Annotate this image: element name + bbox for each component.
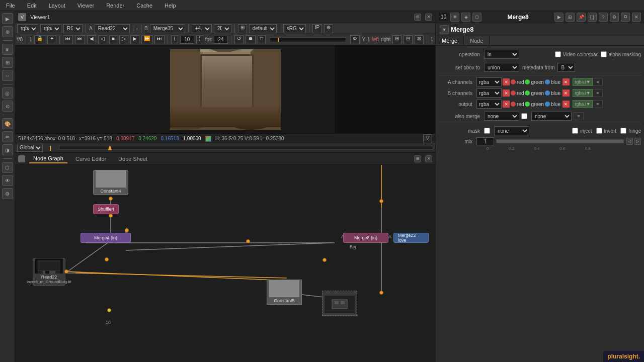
node-constant4[interactable]: Constant4 [93, 170, 128, 195]
tab-merge[interactable]: Merge [436, 36, 464, 45]
prop-settings-btn[interactable]: ⚙ [610, 13, 619, 22]
toolbar-btn-edit[interactable]: ✏ [2, 131, 13, 142]
loop-btn[interactable]: ↺ [234, 35, 244, 44]
step-next2-btn[interactable]: ▶ [130, 35, 139, 44]
prop-also-merge-check[interactable] [521, 113, 527, 119]
prop-also-merge-more-btn[interactable]: ≡ [574, 112, 584, 120]
prop-collapse-btn[interactable]: ▼ [440, 25, 449, 34]
node-merge4in[interactable]: Merge4 (in) [80, 233, 131, 243]
next-btn[interactable]: ⏭ [154, 35, 165, 44]
tab-node-graph[interactable]: Node Graph [29, 154, 67, 163]
asterisk-btn[interactable]: ✦ [47, 35, 56, 44]
prop-mask-check[interactable] [484, 128, 490, 134]
skip-next-btn[interactable]: ⏩ [141, 35, 152, 44]
color-mode-select[interactable]: RGB [63, 24, 83, 33]
prop-mix-slider[interactable] [496, 139, 624, 143]
prev-frame-btn[interactable]: ⟨ [171, 35, 178, 44]
channel-output-more-btn[interactable]: ≡ [593, 100, 603, 108]
channel-output-blue-x[interactable]: ✕ [562, 101, 570, 108]
clamp-btn[interactable]: ⊠ [415, 35, 424, 44]
playback-timeline[interactable] [270, 37, 346, 42]
zoom-select[interactable]: +4.8 [192, 24, 212, 33]
viewer-maximize-btn[interactable]: ⊞ [414, 14, 421, 21]
prop-script-btn[interactable]: { } [588, 13, 597, 22]
global-mode-select[interactable]: Global [17, 144, 43, 152]
tab-dope-sheet[interactable]: Dope Sheet [114, 155, 151, 163]
menu-cache[interactable]: Cache [134, 2, 154, 10]
prop-mix-input[interactable]: 1 [476, 137, 494, 145]
step-prev2-btn[interactable]: ◁ [98, 35, 107, 44]
channel-output-expand-btn[interactable]: rgba.i▼ [573, 100, 593, 108]
step-next-btn[interactable]: ▷ [119, 35, 128, 44]
node-graph-content[interactable]: Constant4 Shuffle4 A B [15, 165, 435, 362]
prop-duplicate-btn[interactable]: ⧉ [621, 13, 630, 22]
prop-pin-btn[interactable]: 📌 [577, 13, 586, 22]
viewer-close-btn[interactable]: ✕ [425, 14, 432, 21]
colorspace-select[interactable]: sRGB [283, 24, 306, 33]
prop-close-btn[interactable]: ✕ [632, 13, 641, 22]
toolbar-btn-1[interactable]: ▶ [2, 13, 13, 24]
tab-node[interactable]: Node [464, 36, 490, 45]
toolbar-btn-3[interactable]: ≡ [2, 44, 13, 55]
fps-input[interactable] [214, 36, 228, 44]
prop-fringe-check[interactable] [620, 128, 626, 134]
channel-b-x-btn[interactable]: ✕ [503, 89, 510, 97]
channel-a-x-btn[interactable]: ✕ [503, 78, 510, 85]
display-select[interactable]: default [249, 24, 277, 33]
prop-node-btn[interactable]: ⬡ [472, 13, 481, 22]
prop-inject-check[interactable] [572, 128, 578, 134]
ruler-btn[interactable]: ⊟ [404, 35, 413, 44]
prop-color-btn[interactable]: ◈ [461, 13, 470, 22]
menu-viewer[interactable]: Viewer [75, 2, 96, 10]
menu-help[interactable]: Help [163, 2, 178, 10]
toolbar-btn-mask[interactable]: ◑ [2, 144, 13, 155]
rgba-display-select[interactable]: rgba. [40, 24, 61, 33]
next-frame-btn[interactable]: ⟩ [196, 35, 203, 44]
channel-a-select[interactable]: rgba [476, 77, 502, 86]
lock-btn[interactable]: 🔒 [34, 35, 45, 44]
toolbar-btn-6[interactable]: ◎ [2, 87, 13, 99]
channel-a-more-btn[interactable]: ≡ [593, 78, 603, 86]
stop-btn[interactable]: ■ [109, 35, 117, 44]
toolbar-btn-7[interactable]: ⊙ [2, 101, 13, 112]
node-merge22[interactable]: Merge22 love [393, 233, 429, 243]
settings-btn2[interactable]: ⚙ [350, 35, 360, 44]
input-b-select[interactable]: Merge35 [150, 24, 185, 33]
prop-metadata-select[interactable]: B [557, 63, 575, 72]
menu-render[interactable]: Render [104, 2, 126, 10]
prop-alphamasking-check[interactable] [601, 51, 607, 57]
prop-bbox-select[interactable]: union [484, 63, 519, 72]
node-shuffle4[interactable]: Shuffle4 [93, 204, 119, 214]
channel-b-more-btn[interactable]: ≡ [593, 89, 603, 97]
prop-render-btn[interactable]: ▶ [554, 13, 564, 22]
channel-b-blue-x[interactable]: ✕ [562, 89, 570, 97]
clip-btn[interactable]: □ [258, 35, 266, 44]
channel-b-expand-btn[interactable]: rgba.i▼ [573, 89, 593, 97]
frame-input[interactable] [180, 36, 194, 44]
toolbar-btn-misc[interactable]: ⚙ [2, 188, 13, 199]
input-a-select[interactable]: Read22 [95, 24, 130, 33]
ip-btn[interactable]: IP [312, 24, 322, 33]
prop-also-merge-select2[interactable]: none [531, 112, 572, 121]
prop-help-btn[interactable]: ? [599, 13, 608, 22]
toolbar-btn-5[interactable]: ↔ [2, 70, 13, 81]
toolbar-btn-4[interactable]: ⊞ [2, 57, 13, 68]
extra-btn[interactable]: ⊕ [324, 24, 333, 33]
prev-btn[interactable]: ⏮ [63, 35, 73, 44]
menu-layout[interactable]: Layout [47, 2, 67, 10]
toolbar-btn-node[interactable]: ⬡ [2, 162, 13, 173]
prop-mix-reset-btn[interactable]: ◁ [626, 138, 633, 145]
prop-videocolorspace-check[interactable] [555, 51, 561, 57]
node-merge8in[interactable]: Merge8 (in) [343, 233, 388, 243]
channel-b-select[interactable]: rgba [476, 88, 502, 98]
prop-invert-check[interactable] [596, 128, 602, 134]
step-prev-btn[interactable]: ◀ [87, 35, 96, 44]
channel-a-expand-btn[interactable]: rgba.i▼ [573, 78, 593, 86]
menu-edit[interactable]: Edit [25, 2, 39, 10]
panel-maximize-btn[interactable]: ⊞ [414, 155, 421, 162]
menu-file[interactable]: File [4, 2, 17, 10]
prop-operation-select[interactable]: in [484, 50, 519, 59]
prop-eye-btn[interactable]: 👁 [450, 13, 459, 22]
prop-mask-select[interactable]: none [494, 126, 529, 135]
channel-output-x-btn[interactable]: ✕ [503, 101, 510, 108]
